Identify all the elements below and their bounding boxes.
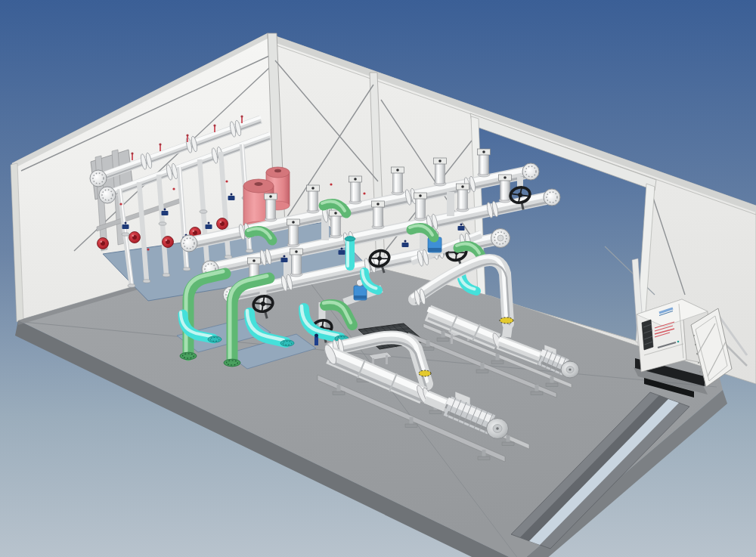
render-canvas: 3D CAD rendering - containerized pump sk… [0,0,756,557]
cad-viewport[interactable]: 3D CAD rendering - containerized pump sk… [0,0,756,557]
header-end-cap [491,229,510,248]
